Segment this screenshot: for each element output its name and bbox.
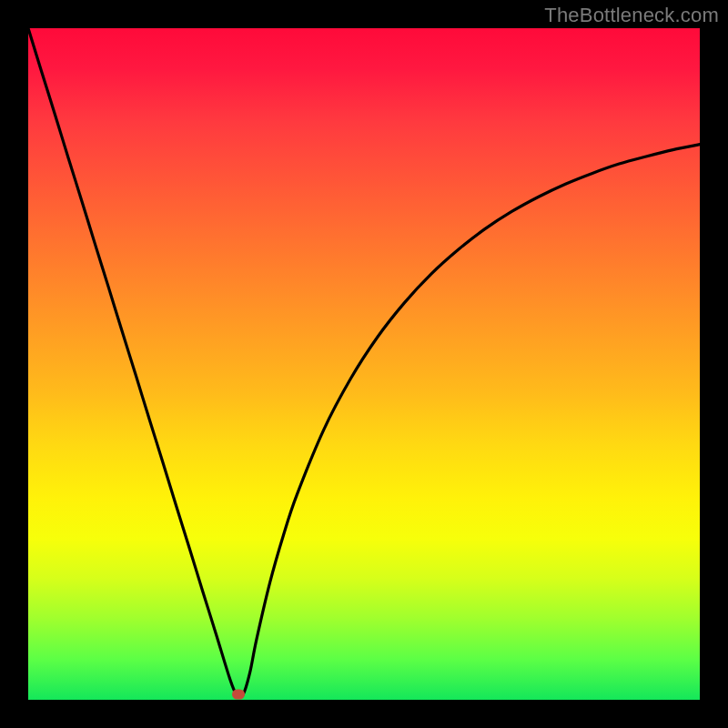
curve-path	[28, 28, 700, 697]
plot-area	[28, 28, 700, 700]
optimum-marker	[232, 690, 245, 700]
watermark-text: TheBottleneck.com	[544, 4, 719, 27]
bottleneck-curve	[28, 28, 700, 700]
chart-frame: TheBottleneck.com	[0, 0, 728, 728]
